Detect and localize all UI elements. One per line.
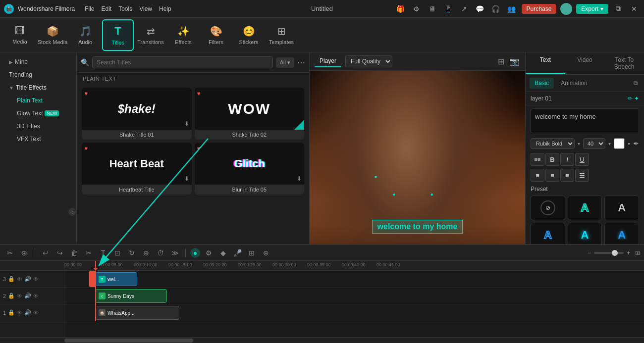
- share-icon[interactable]: ↗: [458, 3, 470, 15]
- mic-icon[interactable]: 🎤: [231, 247, 243, 259]
- monitor-icon[interactable]: 🖥: [427, 3, 438, 15]
- tool-effects[interactable]: ✨ Effects: [167, 19, 199, 51]
- color-picker-icon[interactable]: ✒: [633, 140, 639, 147]
- tool-templates[interactable]: ⊞ Templates: [266, 19, 297, 51]
- tab-video[interactable]: Video: [565, 52, 605, 74]
- phone-icon[interactable]: 📱: [442, 3, 454, 15]
- rotate-icon[interactable]: ↻: [126, 247, 138, 259]
- color-swatch[interactable]: [614, 138, 625, 149]
- more-options-button[interactable]: ⋯: [297, 58, 305, 67]
- tab-player[interactable]: Player: [315, 55, 341, 67]
- menu-tools[interactable]: Tools: [118, 5, 132, 12]
- sidebar-item-plain-text[interactable]: Plain Text: [12, 94, 72, 107]
- sidebar-item-vfx-text[interactable]: VFX Text: [12, 133, 72, 146]
- vis-icon-3[interactable]: 👁: [33, 276, 39, 282]
- cut-icon[interactable]: ✂: [83, 247, 95, 259]
- left-panel-collapse-btn[interactable]: ◁: [68, 208, 76, 216]
- layer-edit-button[interactable]: ✏ ✦: [628, 95, 639, 102]
- avatar[interactable]: [560, 3, 572, 15]
- font-size-select[interactable]: 40: [583, 138, 605, 149]
- tool-transitions[interactable]: ⇄ Transitions: [135, 19, 166, 51]
- title-card-blur[interactable]: ♥ Glit­ch ⬇ Blur in Title 05: [195, 143, 305, 195]
- align-left-button[interactable]: ≡: [531, 169, 544, 182]
- lock-icon-3[interactable]: 🔒: [8, 276, 15, 282]
- purchase-button[interactable]: Purchase: [522, 4, 557, 14]
- preset-dark[interactable]: A: [604, 196, 639, 220]
- window-restore-icon[interactable]: ⧉: [612, 3, 624, 15]
- bold-button[interactable]: B: [545, 153, 559, 166]
- sidebar-item-title-effects[interactable]: ▼ Title Effects: [4, 81, 72, 94]
- align-center-button[interactable]: ≡: [545, 169, 559, 182]
- quality-select[interactable]: Full Quality 1/2 Quality 1/4 Quality: [345, 55, 392, 67]
- tool-filters[interactable]: 🎨 Filters: [200, 19, 232, 51]
- align-justify-button[interactable]: ☰: [575, 169, 589, 182]
- vol-icon-2[interactable]: 🔊: [24, 293, 31, 299]
- tool-stickers[interactable]: 😊 Stickers: [233, 19, 265, 51]
- time-ruler[interactable]: 00:00:00 00:00:05:00 00:00:10:00 00:00:1…: [64, 261, 644, 271]
- text-tool-icon[interactable]: T: [97, 247, 109, 259]
- menu-edit[interactable]: Edit: [102, 5, 112, 12]
- clip-audio[interactable]: ♫ Sunny Days: [95, 289, 167, 303]
- preset-outline[interactable]: A: [568, 196, 602, 220]
- menu-help[interactable]: Help: [159, 5, 171, 12]
- gift-icon[interactable]: 🎁: [395, 3, 407, 15]
- menu-view[interactable]: View: [139, 5, 152, 12]
- vol-icon-3[interactable]: 🔊: [24, 276, 31, 282]
- search-input[interactable]: [92, 56, 273, 68]
- add-track-icon[interactable]: ⊕: [260, 247, 272, 259]
- tab-tts[interactable]: Text To Speech: [604, 52, 644, 74]
- window-close-icon[interactable]: ✕: [628, 3, 640, 15]
- sidebar-item-3d-titles[interactable]: 3D Titles: [12, 120, 72, 133]
- tool-audio[interactable]: 🎵 Audio: [69, 19, 101, 51]
- preset-none[interactable]: ⊘: [531, 196, 565, 220]
- zoom-out-icon[interactable]: −: [588, 249, 591, 256]
- vis-icon-2[interactable]: 👁: [33, 293, 39, 299]
- lock-icon-2[interactable]: 🔒: [8, 293, 15, 299]
- ripple-icon[interactable]: ⚙: [203, 247, 215, 259]
- font-select[interactable]: Rubik Bold: [531, 138, 575, 149]
- menu-file[interactable]: File: [85, 5, 94, 12]
- timeline-scrollbar[interactable]: [0, 337, 644, 343]
- speed-icon[interactable]: ⏱: [155, 247, 166, 259]
- zoom-in-icon[interactable]: +: [627, 249, 630, 256]
- split-icon[interactable]: ✂: [4, 247, 16, 259]
- eye-icon-1[interactable]: 👁: [17, 310, 22, 316]
- settings-icon[interactable]: ⚙: [411, 3, 423, 15]
- title-card-heartbeat[interactable]: ♥ Heart Beat ⬇ Heartbeat Title: [82, 143, 192, 195]
- format-columns-icon[interactable]: ≡≡: [531, 153, 544, 166]
- italic-button[interactable]: I: [560, 153, 574, 166]
- copy-panel-icon[interactable]: ⧉: [632, 78, 640, 89]
- tool-stock-media[interactable]: 📦 Stock Media: [37, 19, 68, 51]
- marker-icon[interactable]: ◆: [217, 247, 229, 259]
- more-zoom-icon[interactable]: ⊞: [635, 249, 640, 256]
- clip-title[interactable]: T wel...: [95, 272, 137, 286]
- clip-video[interactable]: 🏠 WhatsApp...: [95, 306, 179, 320]
- title-card-shake02[interactable]: ♥ WOW Shake Title 02: [195, 88, 305, 140]
- sidebar-item-mine[interactable]: ▶ Mine: [4, 55, 72, 68]
- tool-titles[interactable]: T Titles: [102, 19, 134, 51]
- detect-icon[interactable]: ⊞: [246, 247, 258, 259]
- align-right-button[interactable]: ≡: [560, 169, 574, 182]
- scrollbar-thumb[interactable]: [64, 339, 193, 343]
- redo-icon[interactable]: ↪: [54, 247, 66, 259]
- more-icon[interactable]: ≫: [169, 247, 181, 259]
- title-card-shake01[interactable]: ♥ $hake! ⬇ Shake Title 01: [82, 88, 192, 140]
- grid-view-icon[interactable]: ⊞: [497, 56, 505, 67]
- vis-icon-1[interactable]: 👁: [33, 310, 39, 316]
- text-preview-box[interactable]: welcome to my home: [531, 108, 639, 133]
- crop-icon[interactable]: ⊕: [18, 247, 30, 259]
- underline-button[interactable]: U: [575, 153, 589, 166]
- snap-icon[interactable]: ●: [190, 248, 200, 258]
- sidebar-item-glow-text[interactable]: Glow Text NEW: [12, 107, 72, 120]
- chat-icon[interactable]: 💬: [474, 3, 486, 15]
- zoom-thumb[interactable]: [612, 250, 618, 256]
- filter-button[interactable]: All ▾: [276, 57, 294, 68]
- vol-icon-1[interactable]: 🔊: [24, 309, 31, 316]
- subtab-animation[interactable]: Animation: [556, 78, 592, 89]
- undo-icon[interactable]: ↩: [40, 247, 52, 259]
- sidebar-item-trending[interactable]: Trending: [4, 68, 72, 81]
- lock-icon-1[interactable]: 🔒: [8, 309, 15, 316]
- zoom-bar[interactable]: [594, 252, 624, 254]
- export-button[interactable]: Export ▾: [576, 4, 608, 14]
- headphone-icon[interactable]: 🎧: [490, 3, 502, 15]
